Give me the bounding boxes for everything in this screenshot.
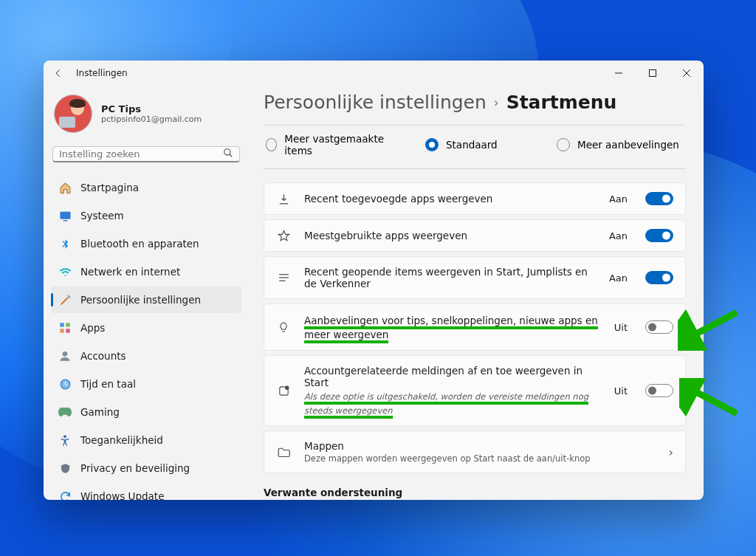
setting-title: Recent toegevoegde apps weergeven	[304, 193, 596, 205]
svg-point-14	[63, 435, 66, 438]
radio-label: Standaard	[446, 139, 498, 151]
wifi-icon	[58, 265, 72, 278]
sidebar-item-label: Tijd en taal	[80, 378, 136, 390]
toggle-state: Uit	[614, 322, 628, 333]
user-icon	[58, 349, 72, 363]
search-input[interactable]	[59, 148, 223, 159]
accessibility-icon	[58, 433, 72, 447]
svg-rect-10	[60, 329, 63, 332]
toggle-recent-apps[interactable]	[645, 192, 673, 205]
profile[interactable]: PC Tips pctipsinfo01@gmail.com	[51, 90, 241, 146]
toggle-state: Uit	[614, 385, 628, 397]
toggle-account-notifications[interactable]	[645, 384, 673, 397]
bluetooth-icon	[58, 237, 72, 250]
bulb-icon	[276, 320, 291, 334]
svg-rect-1	[650, 70, 656, 77]
toggle-state: Aan	[609, 193, 628, 205]
svg-point-4	[224, 149, 230, 155]
back-button[interactable]	[52, 67, 64, 79]
window-controls	[602, 61, 704, 86]
radio-label: Meer vastgemaakte items	[284, 133, 393, 157]
window-title: Instellingen	[76, 68, 128, 78]
radio-icon	[557, 138, 570, 151]
sidebar-item-label: Gaming	[80, 406, 120, 418]
chevron-right-icon: ›	[494, 95, 499, 110]
radio-label: Meer aanbevelingen	[577, 139, 679, 151]
update-icon	[58, 490, 72, 500]
sidebar-item-network[interactable]: Netwerk en internet	[51, 258, 241, 285]
setting-title: Accountgerelateerde meldingen af en toe …	[304, 365, 601, 388]
notification-icon	[276, 385, 291, 397]
svg-point-19	[285, 386, 288, 389]
sidebar-item-windows-update[interactable]: Windows Update	[51, 483, 241, 500]
titlebar: Instellingen	[44, 61, 704, 86]
search-input-wrap[interactable]	[52, 146, 240, 162]
sidebar-item-label: Persoonlijke instellingen	[80, 294, 201, 306]
toggle-recommendations[interactable]	[645, 320, 673, 334]
profile-email: pctipsinfo01@gmail.com	[101, 114, 202, 124]
main: Persoonlijke instellingen › Startmenu Me…	[249, 86, 704, 500]
paint-icon	[58, 293, 72, 306]
shield-icon	[58, 461, 72, 475]
radio-icon	[266, 138, 277, 151]
sidebar-item-label: Accounts	[80, 350, 126, 362]
sidebar-item-accessibility[interactable]: Toegankelijkheid	[51, 427, 241, 453]
home-icon	[58, 181, 72, 194]
layout-radio-group: Meer vastgemaakte items Standaard Meer a…	[264, 125, 686, 169]
breadcrumb: Persoonlijke instellingen › Startmenu	[264, 89, 686, 125]
list-icon	[276, 272, 291, 283]
minimize-button[interactable]	[602, 61, 636, 86]
setting-account-notifications: Accountgerelateerde meldingen af en toe …	[264, 355, 686, 426]
sidebar: PC Tips pctipsinfo01@gmail.com Startpagi…	[44, 86, 249, 500]
sidebar-item-label: Windows Update	[80, 490, 164, 500]
svg-rect-9	[66, 323, 69, 326]
sidebar-item-label: Privacy en beveiliging	[80, 462, 190, 474]
radio-default[interactable]: Standaard	[396, 125, 554, 168]
avatar	[54, 95, 92, 133]
radio-more-pinned[interactable]: Meer vastgemaakte items	[264, 125, 394, 168]
sidebar-item-time-lang[interactable]: Tijd en taal	[51, 371, 241, 397]
related-support-heading: Verwante ondersteuning	[264, 487, 686, 498]
download-icon	[276, 193, 291, 205]
setting-title: Aanbevelingen voor tips, snelkoppelingen…	[304, 315, 598, 343]
sidebar-item-label: Startpagina	[80, 182, 139, 193]
sidebar-item-accounts[interactable]: Accounts	[51, 343, 241, 369]
chevron-right-icon: ›	[669, 445, 673, 459]
toggle-most-used[interactable]	[645, 229, 673, 242]
sidebar-item-system[interactable]: Systeem	[51, 202, 241, 229]
setting-title: Meestgebruikte apps weergeven	[304, 230, 596, 241]
profile-name: PC Tips	[101, 103, 202, 114]
gaming-icon	[58, 405, 72, 419]
toggle-state: Aan	[609, 272, 628, 284]
radio-icon	[425, 138, 439, 151]
setting-title: Mappen	[304, 440, 656, 452]
svg-rect-6	[60, 211, 70, 219]
setting-folders[interactable]: Mappen Deze mappen worden weergegeven op…	[264, 430, 686, 473]
sidebar-item-gaming[interactable]: Gaming	[51, 399, 241, 425]
radio-more-recs[interactable]: Meer aanbevelingen	[555, 125, 685, 168]
sidebar-item-apps[interactable]: Apps	[51, 315, 241, 341]
setting-recent-items: Recent geopende items weergeven in Start…	[264, 256, 686, 299]
apps-icon	[58, 321, 72, 334]
svg-line-5	[230, 154, 233, 157]
sidebar-item-home[interactable]: Startpagina	[51, 174, 241, 201]
setting-most-used: Meestgebruikte apps weergeven Aan	[264, 219, 686, 252]
sidebar-item-label: Systeem	[80, 210, 124, 222]
sidebar-item-privacy[interactable]: Privacy en beveiliging	[51, 455, 241, 481]
setting-subtitle: Als deze optie is uitgeschakeld, worden …	[304, 391, 588, 419]
maximize-button[interactable]	[636, 61, 670, 86]
globe-clock-icon	[58, 377, 72, 391]
svg-rect-7	[63, 220, 67, 221]
search-icon	[223, 147, 233, 161]
svg-rect-11	[66, 329, 69, 332]
setting-recent-apps: Recent toegevoegde apps weergeven Aan	[264, 182, 686, 215]
sidebar-item-personalization[interactable]: Persoonlijke instellingen	[51, 286, 241, 313]
breadcrumb-parent[interactable]: Persoonlijke instellingen	[264, 92, 487, 113]
setting-title: Recent geopende items weergeven in Start…	[304, 266, 596, 289]
page-title: Startmenu	[506, 92, 617, 113]
toggle-state: Aan	[609, 230, 628, 241]
sidebar-item-bluetooth[interactable]: Bluetooth en apparaten	[51, 230, 241, 257]
sidebar-item-label: Netwerk en internet	[80, 266, 180, 278]
close-button[interactable]	[670, 61, 704, 86]
toggle-recent-items[interactable]	[645, 271, 673, 284]
